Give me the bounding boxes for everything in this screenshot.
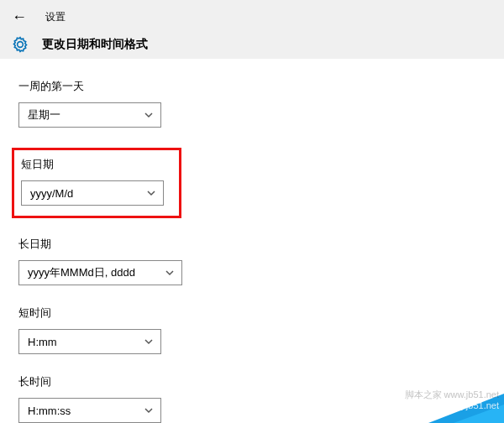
chevron-down-icon (146, 188, 156, 198)
gear-icon (12, 36, 29, 53)
header-top-row: ← 设置 (12, 6, 492, 28)
field-first-day: 一周的第一天 星期一 (18, 79, 486, 128)
field-long-date: 长日期 yyyy年MMMd日, dddd (18, 237, 486, 285)
chevron-down-icon (144, 405, 154, 415)
chevron-down-icon (144, 337, 154, 347)
page-title: 更改日期和时间格式 (42, 37, 148, 52)
back-arrow-icon[interactable]: ← (12, 9, 27, 24)
highlight-box: 短日期 yyyy/M/d (12, 148, 181, 218)
dropdown-short-time[interactable]: H:mm (18, 329, 161, 354)
label-short-time: 短时间 (18, 306, 486, 321)
field-short-date: 短日期 yyyy/M/d (18, 148, 486, 218)
chevron-down-icon (144, 110, 154, 120)
header-bottom-row: 更改日期和时间格式 (12, 28, 492, 53)
dropdown-short-date-value: yyyy/M/d (30, 187, 73, 200)
label-long-time: 长时间 (18, 374, 486, 389)
dropdown-first-day[interactable]: 星期一 (18, 102, 161, 128)
label-short-date: 短日期 (21, 157, 164, 172)
dropdown-long-date[interactable]: yyyy年MMMd日, dddd (18, 260, 182, 285)
dropdown-short-time-value: H:mm (28, 336, 57, 348)
title-bar: ← 设置 更改日期和时间格式 (0, 0, 504, 59)
chevron-down-icon (165, 268, 175, 278)
dropdown-long-date-value: yyyy年MMMd日, dddd (28, 265, 135, 280)
app-title: 设置 (45, 10, 66, 24)
dropdown-short-date[interactable]: yyyy/M/d (21, 180, 164, 206)
dropdown-first-day-value: 星期一 (28, 107, 60, 123)
label-first-day: 一周的第一天 (18, 79, 486, 94)
dropdown-long-time[interactable]: H:mm:ss (18, 398, 161, 423)
label-long-date: 长日期 (18, 237, 486, 252)
field-short-time: 短时间 H:mm (18, 306, 486, 354)
corner-decoration (395, 389, 504, 423)
dropdown-long-time-value: H:mm:ss (28, 405, 71, 417)
settings-content: 一周的第一天 星期一 短日期 yyyy/M/d 长日期 yyyy年MMMd日, … (0, 59, 504, 423)
